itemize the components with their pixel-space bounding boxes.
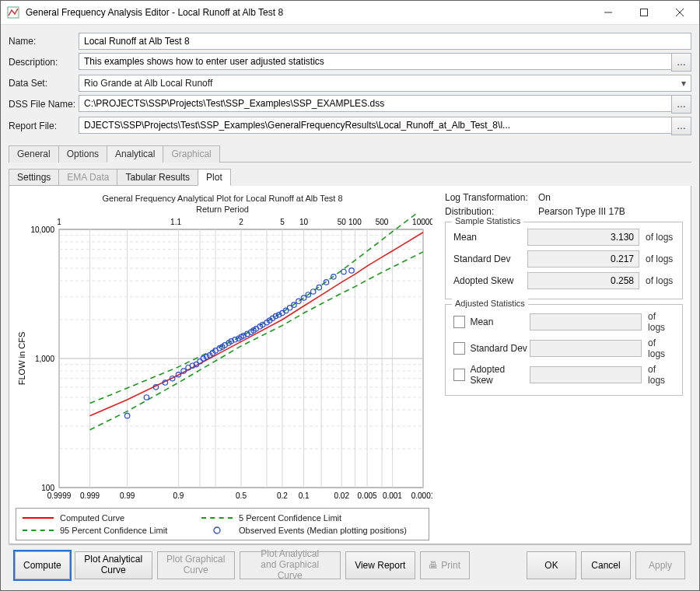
window-title: General Frequency Analysis Editor - Loca… <box>26 7 590 18</box>
adjusted-stats-group: Adjusted Statistics Meanof logs Standard… <box>445 304 683 396</box>
description-browse-button[interactable]: … <box>671 53 691 72</box>
apply-button[interactable]: Apply <box>635 551 685 579</box>
close-button[interactable] <box>662 1 698 24</box>
svg-text:0.005: 0.005 <box>358 491 377 500</box>
subtab-plot[interactable]: Plot <box>198 169 231 186</box>
chevron-down-icon: ▾ <box>681 78 686 89</box>
frequency-chart: 1001,00010,0000.99990.9990.990.90.50.20.… <box>12 214 432 503</box>
plot-both-button[interactable]: Plot Analytical and Graphical Curve <box>240 551 341 579</box>
ok-button[interactable]: OK <box>527 551 576 579</box>
std-field[interactable] <box>527 250 639 268</box>
plot-column: General Frequency Analytical Plot for Lo… <box>12 192 432 540</box>
cancel-button[interactable]: Cancel <box>581 551 631 579</box>
subtab-tabular[interactable]: Tabular Results <box>117 169 198 186</box>
legend-swatch-cl95 <box>23 530 54 531</box>
legend-label-obs: Observed Events (Median plotting positio… <box>239 526 407 535</box>
dssfile-browse-button[interactable]: … <box>671 95 691 114</box>
svg-text:0.1: 0.1 <box>299 491 310 500</box>
svg-text:2: 2 <box>239 218 243 226</box>
plot-title: General Frequency Analytical Plot for Lo… <box>12 194 432 203</box>
legend-swatch-cl5 <box>201 517 233 519</box>
svg-text:0.9: 0.9 <box>173 491 184 500</box>
mean-field[interactable] <box>527 229 639 246</box>
svg-text:0.999: 0.999 <box>80 491 100 500</box>
dssfile-label: DSS File Name: <box>9 99 79 110</box>
adj-std-checkbox[interactable] <box>453 342 465 355</box>
svg-text:0.001: 0.001 <box>383 491 402 500</box>
plot-legend: Computed Curve 5 Percent Confidence Limi… <box>16 508 429 540</box>
window-buttons <box>590 1 698 24</box>
svg-text:0.9999: 0.9999 <box>47 491 72 500</box>
adj-skew-checkbox[interactable] <box>453 369 465 381</box>
adjusted-stats-title: Adjusted Statistics <box>452 299 528 308</box>
view-report-button[interactable]: View Report <box>345 551 415 579</box>
svg-text:0.02: 0.02 <box>334 491 349 500</box>
svg-text:0.0001: 0.0001 <box>411 491 432 500</box>
svg-text:1.1: 1.1 <box>170 218 181 226</box>
svg-text:10: 10 <box>299 218 309 226</box>
skew-label: Adopted Skew <box>453 275 527 286</box>
adj-skew-field[interactable] <box>530 366 642 383</box>
adj-mean-suffix: of logs <box>648 311 674 333</box>
subtab-settings[interactable]: Settings <box>9 169 59 186</box>
svg-point-116 <box>214 527 220 533</box>
std-suffix: of logs <box>646 254 673 264</box>
dssfile-field[interactable] <box>79 95 672 112</box>
dataset-label: Data Set: <box>9 78 79 89</box>
plot-top-axis-label: Return Period <box>12 205 432 214</box>
name-field[interactable] <box>79 33 691 50</box>
minimize-button[interactable] <box>590 1 626 24</box>
plot-analytical-button[interactable]: Plot Analytical Curve <box>75 551 152 579</box>
logtrans-label: Log Transformation: <box>445 192 538 203</box>
adj-std-label: Standard Dev <box>470 343 530 354</box>
svg-rect-2 <box>641 9 648 16</box>
dataset-value: Rio Grande at Alb Local Runoff <box>84 78 212 89</box>
mean-label: Mean <box>453 232 527 243</box>
svg-text:0.5: 0.5 <box>236 491 247 500</box>
maximize-button[interactable] <box>626 1 662 24</box>
skew-field[interactable] <box>527 272 639 289</box>
tab-analytical[interactable]: Analytical <box>107 145 163 163</box>
sample-stats-group: Sample Statistics Meanof logs Standard D… <box>445 222 683 299</box>
svg-text:FLOW in CFS: FLOW in CFS <box>17 332 26 385</box>
compute-button[interactable]: Compute <box>15 551 70 579</box>
description-label: Description: <box>9 57 79 68</box>
stats-column: Log Transformation:On Distribution:Pears… <box>432 192 683 540</box>
content-area: Name: Description: … Data Set: Rio Grand… <box>1 25 699 590</box>
reportfile-browse-button[interactable]: … <box>671 117 691 135</box>
svg-text:500: 500 <box>376 218 389 226</box>
tab-options[interactable]: Options <box>58 145 107 163</box>
adj-mean-checkbox[interactable] <box>453 316 465 328</box>
reportfile-field[interactable] <box>79 117 672 134</box>
mean-suffix: of logs <box>646 232 673 243</box>
tab-general[interactable]: General <box>9 145 59 163</box>
print-button[interactable]: 🖶Print <box>420 551 470 579</box>
footer-buttons: Compute Plot Analytical Curve Plot Graph… <box>9 544 691 586</box>
tab-graphical[interactable]: Graphical <box>163 145 219 163</box>
adj-std-suffix: of logs <box>648 337 674 359</box>
svg-text:10000: 10000 <box>412 218 432 226</box>
main-tabs: General Options Analytical Graphical <box>9 145 691 163</box>
titlebar: General Frequency Analysis Editor - Loca… <box>1 1 699 25</box>
adj-std-field[interactable] <box>530 340 642 357</box>
svg-text:100: 100 <box>348 218 362 226</box>
subtab-ema[interactable]: EMA Data <box>58 169 117 186</box>
legend-swatch-computed <box>23 517 54 519</box>
logtrans-value: On <box>538 192 551 203</box>
legend-label-cl5: 5 Percent Confidence Limit <box>239 513 341 523</box>
legend-swatch-obs <box>201 526 233 534</box>
print-icon: 🖶 <box>429 560 438 571</box>
legend-label-computed: Computed Curve <box>60 513 124 523</box>
plot-graphical-button[interactable]: Plot Graphical Curve <box>157 551 235 579</box>
adj-skew-label: Adopted Skew <box>470 364 530 386</box>
description-field[interactable] <box>79 53 672 70</box>
dataset-combo[interactable]: Rio Grande at Alb Local Runoff ▾ <box>79 75 691 92</box>
svg-text:0.99: 0.99 <box>120 491 135 500</box>
dist-label: Distribution: <box>445 206 538 217</box>
svg-text:0.2: 0.2 <box>277 491 288 500</box>
adj-mean-field[interactable] <box>530 313 642 330</box>
sample-stats-title: Sample Statistics <box>452 216 523 226</box>
legend-label-cl95: 95 Percent Confidence Limit <box>60 526 167 535</box>
skew-suffix: of logs <box>646 275 673 286</box>
svg-text:10,000: 10,000 <box>30 226 54 234</box>
